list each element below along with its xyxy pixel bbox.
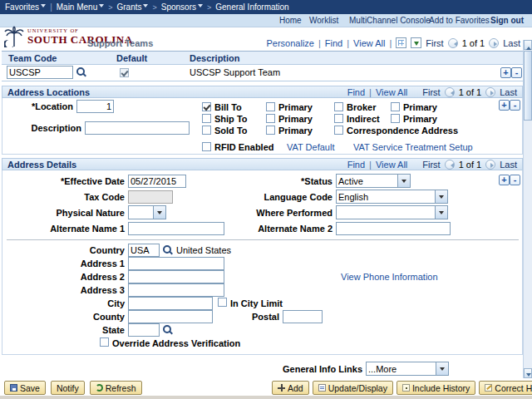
status-select[interactable]: Active: [336, 174, 411, 188]
update-display-button[interactable]: Update/Display: [313, 381, 393, 395]
refresh-button[interactable]: Refresh: [90, 381, 142, 395]
pager-first[interactable]: First: [426, 38, 443, 48]
include-history-button[interactable]: Include History: [397, 381, 475, 395]
pager-first[interactable]: First: [422, 87, 440, 97]
state-input[interactable]: [128, 323, 160, 337]
add-location-button[interactable]: [499, 100, 510, 111]
add-button[interactable]: Add: [272, 381, 309, 395]
next-row-icon[interactable]: [485, 160, 495, 170]
delete-address-row-button[interactable]: [510, 175, 520, 185]
indirect-checkbox[interactable]: [334, 114, 343, 123]
correct-history-button[interactable]: Correct History: [479, 381, 532, 395]
address-details-toolbar: Find View All First 1 of 1 Last: [347, 160, 517, 170]
pager-last[interactable]: Last: [503, 38, 520, 48]
notify-button[interactable]: Notify: [51, 381, 85, 395]
override-address-verification-checkbox[interactable]: [100, 337, 109, 347]
address-2-input[interactable]: [128, 270, 224, 283]
worklist-link[interactable]: Worklist: [309, 16, 338, 25]
view-phone-information-link[interactable]: View Phone Information: [341, 272, 438, 282]
view-all-link[interactable]: View All: [353, 38, 385, 48]
multichannel-console-link[interactable]: MultiChannel Console: [349, 16, 431, 25]
delete-row-button[interactable]: [511, 67, 522, 78]
previous-row-icon[interactable]: [448, 38, 458, 48]
correspondence-checkbox[interactable]: [334, 126, 343, 135]
previous-row-icon[interactable]: [445, 87, 455, 97]
add-row-button[interactable]: [500, 67, 511, 78]
zoom-grid-icon[interactable]: [396, 37, 406, 48]
column-description[interactable]: Description: [190, 53, 240, 63]
main-menu[interactable]: Main Menu: [57, 2, 104, 12]
alternate-name-2-input[interactable]: [336, 222, 451, 235]
effective-date-input[interactable]: [128, 175, 186, 188]
scroll-down-icon[interactable]: [524, 368, 532, 378]
indirect-primary-checkbox[interactable]: [391, 114, 400, 123]
country-input[interactable]: [128, 244, 160, 257]
team-code-lookup-icon[interactable]: [76, 67, 87, 78]
alternate-name-1-input[interactable]: [128, 222, 224, 235]
scrollbar-thumb[interactable]: [524, 51, 532, 121]
save-button[interactable]: Save: [4, 381, 46, 395]
vat-default-link[interactable]: VAT Default: [287, 142, 334, 152]
ship-to-checkbox[interactable]: [202, 114, 211, 123]
download-to-excel-icon[interactable]: [411, 37, 421, 48]
where-performed-select[interactable]: [336, 205, 448, 219]
physical-nature-select[interactable]: [128, 205, 166, 219]
vat-service-treatment-setup-link[interactable]: VAT Service Treatment Setup: [353, 142, 473, 152]
pager-first[interactable]: First: [422, 160, 440, 170]
next-row-icon[interactable]: [489, 38, 499, 48]
team-code-input[interactable]: [7, 66, 73, 79]
location-input[interactable]: [76, 100, 114, 113]
personalize-link[interactable]: Personalize: [266, 38, 313, 48]
view-all-link[interactable]: View All: [376, 87, 407, 97]
address-3-input[interactable]: [128, 283, 224, 297]
state-lookup-icon[interactable]: [163, 325, 174, 336]
view-all-link[interactable]: View All: [376, 160, 407, 170]
pager-range: 1 of 1: [459, 160, 482, 170]
indirect-primary-label: Primary: [403, 114, 437, 124]
general-info-links-select[interactable]: ...More: [366, 362, 449, 376]
vertical-scrollbar[interactable]: [523, 40, 532, 378]
column-default[interactable]: Default: [116, 53, 147, 63]
address-1-input[interactable]: [128, 257, 224, 270]
separator: [318, 38, 321, 48]
home-link[interactable]: Home: [279, 16, 302, 25]
delete-location-button[interactable]: [510, 100, 520, 111]
add-to-favorites-link[interactable]: Add to Favorites: [429, 16, 490, 25]
broker-primary-checkbox[interactable]: [391, 102, 400, 111]
bill-primary-checkbox[interactable]: [266, 102, 275, 111]
find-link[interactable]: Find: [347, 87, 365, 97]
bill-to-label: Bill To: [214, 102, 242, 112]
column-team-code[interactable]: Team Code: [8, 53, 57, 63]
favorites-menu[interactable]: Favorites: [5, 2, 46, 12]
rfid-enabled-label: RFID Enabled: [214, 142, 274, 152]
county-input[interactable]: [128, 310, 213, 323]
pager-last[interactable]: Last: [500, 87, 517, 97]
sold-to-checkbox[interactable]: [202, 126, 211, 135]
crumb-sponsors[interactable]: Sponsors: [161, 2, 203, 12]
ship-primary-label: Primary: [278, 114, 313, 124]
add-address-row-button[interactable]: [499, 175, 510, 185]
postal-input[interactable]: [283, 310, 323, 323]
find-link[interactable]: Find: [325, 38, 342, 48]
broker-checkbox[interactable]: [334, 102, 343, 111]
default-checkbox[interactable]: [120, 68, 129, 77]
language-code-value: English: [337, 192, 435, 202]
country-lookup-icon[interactable]: [163, 245, 174, 256]
language-code-select[interactable]: English: [336, 190, 448, 204]
sign-out-link[interactable]: Sign out: [490, 16, 524, 25]
rfid-enabled-checkbox[interactable]: [202, 142, 211, 151]
in-city-limit-checkbox[interactable]: [218, 298, 227, 307]
bill-to-checkbox[interactable]: [202, 102, 211, 111]
next-row-icon[interactable]: [485, 87, 495, 97]
crumb-grants[interactable]: Grants: [116, 2, 148, 12]
find-link[interactable]: Find: [347, 160, 365, 170]
city-input[interactable]: [128, 297, 213, 310]
description-input[interactable]: [85, 121, 190, 135]
ship-primary-checkbox[interactable]: [266, 114, 275, 123]
breadcrumb-separator: [108, 2, 112, 12]
sold-primary-label: Primary: [278, 126, 313, 135]
scroll-up-icon[interactable]: [524, 40, 532, 50]
pager-last[interactable]: Last: [500, 160, 517, 170]
sold-primary-checkbox[interactable]: [266, 126, 275, 135]
previous-row-icon[interactable]: [445, 160, 455, 170]
